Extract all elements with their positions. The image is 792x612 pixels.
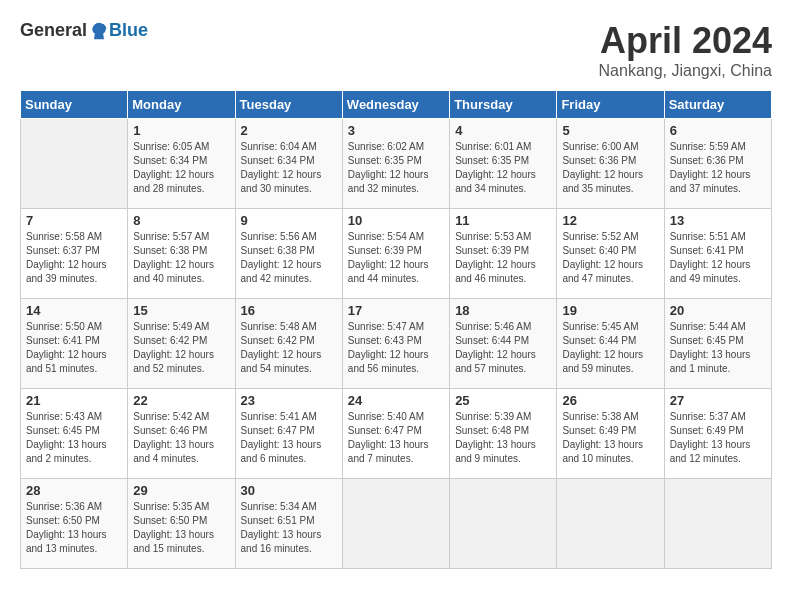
day-info: Sunrise: 5:39 AM Sunset: 6:48 PM Dayligh… xyxy=(455,410,551,466)
day-number: 21 xyxy=(26,393,122,408)
day-info: Sunrise: 6:05 AM Sunset: 6:34 PM Dayligh… xyxy=(133,140,229,196)
header-day-wednesday: Wednesday xyxy=(342,91,449,119)
day-number: 24 xyxy=(348,393,444,408)
day-number: 3 xyxy=(348,123,444,138)
header-day-friday: Friday xyxy=(557,91,664,119)
day-info: Sunrise: 5:53 AM Sunset: 6:39 PM Dayligh… xyxy=(455,230,551,286)
day-number: 5 xyxy=(562,123,658,138)
header: General Blue April 2024 Nankang, Jiangxi… xyxy=(20,20,772,80)
day-info: Sunrise: 6:02 AM Sunset: 6:35 PM Dayligh… xyxy=(348,140,444,196)
day-number: 20 xyxy=(670,303,766,318)
day-number: 27 xyxy=(670,393,766,408)
calendar-cell xyxy=(21,119,128,209)
day-info: Sunrise: 5:51 AM Sunset: 6:41 PM Dayligh… xyxy=(670,230,766,286)
calendar-cell xyxy=(664,479,771,569)
week-row-1: 1Sunrise: 6:05 AM Sunset: 6:34 PM Daylig… xyxy=(21,119,772,209)
calendar-cell: 26Sunrise: 5:38 AM Sunset: 6:49 PM Dayli… xyxy=(557,389,664,479)
day-number: 11 xyxy=(455,213,551,228)
calendar-cell: 11Sunrise: 5:53 AM Sunset: 6:39 PM Dayli… xyxy=(450,209,557,299)
day-number: 10 xyxy=(348,213,444,228)
day-info: Sunrise: 5:37 AM Sunset: 6:49 PM Dayligh… xyxy=(670,410,766,466)
calendar-cell: 16Sunrise: 5:48 AM Sunset: 6:42 PM Dayli… xyxy=(235,299,342,389)
day-number: 4 xyxy=(455,123,551,138)
day-info: Sunrise: 6:01 AM Sunset: 6:35 PM Dayligh… xyxy=(455,140,551,196)
month-title: April 2024 xyxy=(599,20,772,62)
day-number: 13 xyxy=(670,213,766,228)
day-info: Sunrise: 5:49 AM Sunset: 6:42 PM Dayligh… xyxy=(133,320,229,376)
day-info: Sunrise: 5:40 AM Sunset: 6:47 PM Dayligh… xyxy=(348,410,444,466)
location-title: Nankang, Jiangxi, China xyxy=(599,62,772,80)
calendar-cell: 4Sunrise: 6:01 AM Sunset: 6:35 PM Daylig… xyxy=(450,119,557,209)
calendar-cell: 28Sunrise: 5:36 AM Sunset: 6:50 PM Dayli… xyxy=(21,479,128,569)
day-info: Sunrise: 6:00 AM Sunset: 6:36 PM Dayligh… xyxy=(562,140,658,196)
day-info: Sunrise: 5:50 AM Sunset: 6:41 PM Dayligh… xyxy=(26,320,122,376)
calendar-cell: 17Sunrise: 5:47 AM Sunset: 6:43 PM Dayli… xyxy=(342,299,449,389)
title-area: April 2024 Nankang, Jiangxi, China xyxy=(599,20,772,80)
day-number: 22 xyxy=(133,393,229,408)
calendar-cell: 20Sunrise: 5:44 AM Sunset: 6:45 PM Dayli… xyxy=(664,299,771,389)
calendar-cell: 8Sunrise: 5:57 AM Sunset: 6:38 PM Daylig… xyxy=(128,209,235,299)
day-number: 25 xyxy=(455,393,551,408)
calendar-cell: 18Sunrise: 5:46 AM Sunset: 6:44 PM Dayli… xyxy=(450,299,557,389)
calendar-cell: 2Sunrise: 6:04 AM Sunset: 6:34 PM Daylig… xyxy=(235,119,342,209)
day-info: Sunrise: 5:36 AM Sunset: 6:50 PM Dayligh… xyxy=(26,500,122,556)
calendar-cell: 3Sunrise: 6:02 AM Sunset: 6:35 PM Daylig… xyxy=(342,119,449,209)
calendar-cell: 21Sunrise: 5:43 AM Sunset: 6:45 PM Dayli… xyxy=(21,389,128,479)
day-info: Sunrise: 5:44 AM Sunset: 6:45 PM Dayligh… xyxy=(670,320,766,376)
header-day-thursday: Thursday xyxy=(450,91,557,119)
calendar-cell: 9Sunrise: 5:56 AM Sunset: 6:38 PM Daylig… xyxy=(235,209,342,299)
day-number: 30 xyxy=(241,483,337,498)
day-number: 8 xyxy=(133,213,229,228)
calendar-cell: 22Sunrise: 5:42 AM Sunset: 6:46 PM Dayli… xyxy=(128,389,235,479)
week-row-2: 7Sunrise: 5:58 AM Sunset: 6:37 PM Daylig… xyxy=(21,209,772,299)
day-number: 28 xyxy=(26,483,122,498)
day-info: Sunrise: 5:42 AM Sunset: 6:46 PM Dayligh… xyxy=(133,410,229,466)
day-number: 1 xyxy=(133,123,229,138)
calendar-cell: 10Sunrise: 5:54 AM Sunset: 6:39 PM Dayli… xyxy=(342,209,449,299)
calendar-cell: 30Sunrise: 5:34 AM Sunset: 6:51 PM Dayli… xyxy=(235,479,342,569)
calendar-cell: 6Sunrise: 5:59 AM Sunset: 6:36 PM Daylig… xyxy=(664,119,771,209)
header-day-monday: Monday xyxy=(128,91,235,119)
calendar-cell: 12Sunrise: 5:52 AM Sunset: 6:40 PM Dayli… xyxy=(557,209,664,299)
day-info: Sunrise: 5:58 AM Sunset: 6:37 PM Dayligh… xyxy=(26,230,122,286)
day-number: 29 xyxy=(133,483,229,498)
day-number: 14 xyxy=(26,303,122,318)
calendar-cell: 1Sunrise: 6:05 AM Sunset: 6:34 PM Daylig… xyxy=(128,119,235,209)
day-number: 18 xyxy=(455,303,551,318)
calendar-cell: 29Sunrise: 5:35 AM Sunset: 6:50 PM Dayli… xyxy=(128,479,235,569)
day-info: Sunrise: 5:56 AM Sunset: 6:38 PM Dayligh… xyxy=(241,230,337,286)
logo-bird-icon xyxy=(89,21,109,41)
calendar-cell: 5Sunrise: 6:00 AM Sunset: 6:36 PM Daylig… xyxy=(557,119,664,209)
day-info: Sunrise: 5:34 AM Sunset: 6:51 PM Dayligh… xyxy=(241,500,337,556)
header-row: SundayMondayTuesdayWednesdayThursdayFrid… xyxy=(21,91,772,119)
day-number: 7 xyxy=(26,213,122,228)
header-day-sunday: Sunday xyxy=(21,91,128,119)
calendar-cell: 14Sunrise: 5:50 AM Sunset: 6:41 PM Dayli… xyxy=(21,299,128,389)
day-info: Sunrise: 5:35 AM Sunset: 6:50 PM Dayligh… xyxy=(133,500,229,556)
day-number: 19 xyxy=(562,303,658,318)
header-day-saturday: Saturday xyxy=(664,91,771,119)
day-info: Sunrise: 5:45 AM Sunset: 6:44 PM Dayligh… xyxy=(562,320,658,376)
week-row-4: 21Sunrise: 5:43 AM Sunset: 6:45 PM Dayli… xyxy=(21,389,772,479)
day-info: Sunrise: 5:47 AM Sunset: 6:43 PM Dayligh… xyxy=(348,320,444,376)
day-info: Sunrise: 5:48 AM Sunset: 6:42 PM Dayligh… xyxy=(241,320,337,376)
day-info: Sunrise: 6:04 AM Sunset: 6:34 PM Dayligh… xyxy=(241,140,337,196)
logo-general-text: General xyxy=(20,20,87,41)
day-info: Sunrise: 5:54 AM Sunset: 6:39 PM Dayligh… xyxy=(348,230,444,286)
calendar-cell: 24Sunrise: 5:40 AM Sunset: 6:47 PM Dayli… xyxy=(342,389,449,479)
calendar-cell: 15Sunrise: 5:49 AM Sunset: 6:42 PM Dayli… xyxy=(128,299,235,389)
day-number: 9 xyxy=(241,213,337,228)
day-info: Sunrise: 5:57 AM Sunset: 6:38 PM Dayligh… xyxy=(133,230,229,286)
day-number: 23 xyxy=(241,393,337,408)
header-day-tuesday: Tuesday xyxy=(235,91,342,119)
calendar-table: SundayMondayTuesdayWednesdayThursdayFrid… xyxy=(20,90,772,569)
day-info: Sunrise: 5:43 AM Sunset: 6:45 PM Dayligh… xyxy=(26,410,122,466)
calendar-cell xyxy=(450,479,557,569)
day-number: 26 xyxy=(562,393,658,408)
calendar-cell xyxy=(557,479,664,569)
day-info: Sunrise: 5:59 AM Sunset: 6:36 PM Dayligh… xyxy=(670,140,766,196)
day-info: Sunrise: 5:46 AM Sunset: 6:44 PM Dayligh… xyxy=(455,320,551,376)
calendar-cell: 7Sunrise: 5:58 AM Sunset: 6:37 PM Daylig… xyxy=(21,209,128,299)
calendar-cell: 25Sunrise: 5:39 AM Sunset: 6:48 PM Dayli… xyxy=(450,389,557,479)
day-info: Sunrise: 5:52 AM Sunset: 6:40 PM Dayligh… xyxy=(562,230,658,286)
